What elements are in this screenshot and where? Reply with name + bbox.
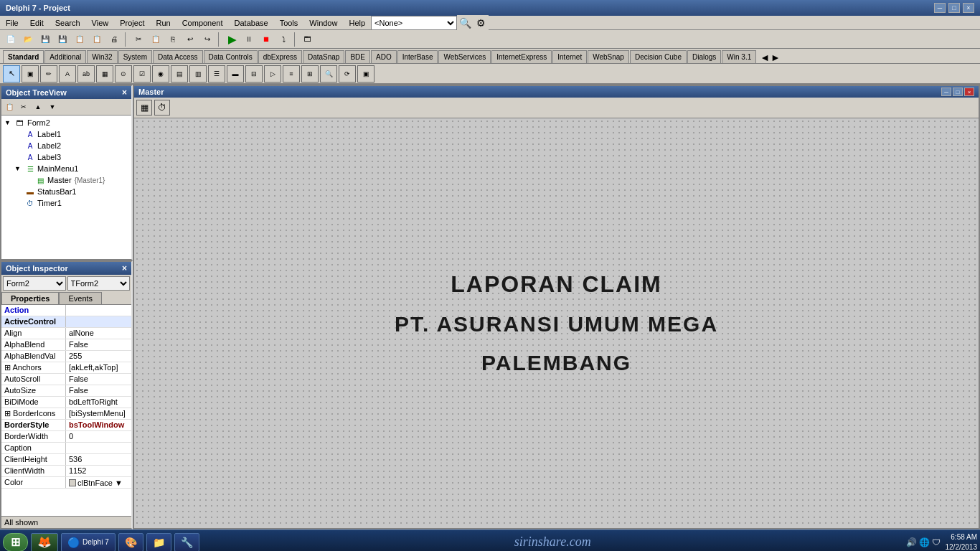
inspector-row-caption[interactable]: Caption xyxy=(1,443,131,454)
palette-icon2[interactable]: ✏ xyxy=(40,65,57,83)
tab-ado[interactable]: ADO xyxy=(371,50,397,63)
val-color[interactable]: clBtnFace ▼ xyxy=(66,477,131,488)
tab-websnap[interactable]: WebSnap xyxy=(588,50,629,63)
form-tool1[interactable]: ▦ xyxy=(136,100,152,116)
taskbar-item3[interactable]: 📁 xyxy=(146,533,171,552)
form-close[interactable]: × xyxy=(964,88,974,96)
palette-icon18[interactable]: ⟳ xyxy=(339,65,356,83)
palette-icon9[interactable]: ▤ xyxy=(171,65,188,83)
component-btn1[interactable]: 🔍 xyxy=(457,15,473,31)
menu-run[interactable]: Run xyxy=(150,17,176,29)
tb-btn7[interactable]: 🖨 xyxy=(106,32,122,47)
palette-icon4[interactable]: ab xyxy=(77,65,95,83)
tab-system[interactable]: System xyxy=(118,50,152,63)
tb-btn6[interactable]: 📋 xyxy=(89,32,105,47)
palette-icon5[interactable]: ▦ xyxy=(96,65,113,83)
inspector-row-borderwidth[interactable]: BorderWidth 0 xyxy=(1,431,131,443)
tab-interbase[interactable]: InterBase xyxy=(397,50,438,63)
close-button[interactable]: × xyxy=(963,3,974,13)
tree-label2[interactable]: A Label2 xyxy=(3,140,130,151)
menu-help[interactable]: Help xyxy=(343,17,371,29)
component-btn2[interactable]: ⚙ xyxy=(473,15,489,31)
palette-icon14[interactable]: ▷ xyxy=(264,65,281,83)
tab-internet[interactable]: Internet xyxy=(552,50,587,63)
tab-dataaccess[interactable]: Data Access xyxy=(153,50,203,63)
component-selector[interactable]: <None> xyxy=(371,16,457,30)
val-borderstyle[interactable]: bsToolWindow xyxy=(66,420,131,430)
inspector-row-autoscroll[interactable]: AutoScroll False xyxy=(1,374,131,385)
tab-webservices[interactable]: WebServices xyxy=(438,50,491,63)
tree-form2[interactable]: ▼ 🗔 Form2 xyxy=(3,117,130,128)
tree-master[interactable]: ▤ Master {Master1} xyxy=(3,174,130,186)
val-bidimode[interactable]: bdLeftToRight xyxy=(66,397,131,408)
inspector-row-autosize[interactable]: AutoSize False xyxy=(1,385,131,397)
val-clientwidth[interactable]: 1152 xyxy=(66,466,131,476)
form-tool2[interactable]: ⏱ xyxy=(154,100,170,116)
menu-project[interactable]: Project xyxy=(114,17,150,29)
expand-form2[interactable]: ▼ xyxy=(4,119,14,126)
val-borderwidth[interactable]: 0 xyxy=(66,431,131,442)
tab-dialogs[interactable]: Dialogs xyxy=(687,50,721,63)
tb-btn9[interactable]: 📋 xyxy=(148,32,164,47)
tb-btn5[interactable]: 📋 xyxy=(72,32,88,47)
treeview-btn1[interactable]: 📋 xyxy=(3,100,16,113)
toggle-form-button[interactable]: 🗔 xyxy=(300,32,316,47)
tab-datasnap[interactable]: DataSnap xyxy=(303,50,344,63)
tab-events[interactable]: Events xyxy=(59,292,102,304)
tab-standard[interactable]: Standard xyxy=(3,50,44,63)
tb-btn12[interactable]: ↪ xyxy=(199,32,215,47)
palette-icon16[interactable]: ⊞ xyxy=(301,65,319,83)
menu-component[interactable]: Component xyxy=(176,17,229,29)
taskbar-paint[interactable]: 🎨 xyxy=(118,533,143,552)
tab-datacontrols[interactable]: Data Controls xyxy=(204,50,258,63)
palette-scroll-left[interactable]: ◄ xyxy=(760,52,770,63)
palette-icon8[interactable]: ◉ xyxy=(152,65,169,83)
inspector-row-bordericons[interactable]: ⊞ BorderIcons [biSystemMenu] xyxy=(1,408,131,420)
inspector-row-alphablend[interactable]: AlphaBlend False xyxy=(1,339,131,351)
tab-properties[interactable]: Properties xyxy=(1,292,59,304)
pause-button[interactable]: ⏸ xyxy=(241,32,257,47)
treeview-btn2[interactable]: ✂ xyxy=(17,100,30,113)
treeview-up[interactable]: ▲ xyxy=(32,100,44,113)
palette-icon1[interactable]: ▣ xyxy=(22,65,39,83)
menu-search[interactable]: Search xyxy=(50,17,86,29)
tab-internetexpress[interactable]: InternetExpress xyxy=(491,50,552,63)
palette-icon7[interactable]: ☑ xyxy=(133,65,151,83)
inspector-row-clientwidth[interactable]: ClientWidth 1152 xyxy=(1,466,131,477)
inspector-row-anchors[interactable]: ⊞ Anchors [akLeft,akTop] xyxy=(1,362,131,374)
palette-icon10[interactable]: ▥ xyxy=(189,65,207,83)
val-bordericons[interactable]: [biSystemMenu] xyxy=(66,408,131,419)
inspector-close[interactable]: × xyxy=(122,263,127,273)
val-align[interactable]: alNone xyxy=(66,328,131,339)
palette-icon11[interactable]: ☰ xyxy=(208,65,225,83)
form-maximize[interactable]: □ xyxy=(953,88,963,96)
menu-window[interactable]: Window xyxy=(303,17,343,29)
palette-scroll-right[interactable]: ► xyxy=(771,52,781,63)
run-button[interactable]: ▶ xyxy=(224,32,240,47)
maximize-button[interactable]: □ xyxy=(948,3,960,13)
treeview-down[interactable]: ▼ xyxy=(46,100,59,113)
val-anchors[interactable]: [akLeft,akTop] xyxy=(66,362,131,373)
tab-win31[interactable]: Win 3.1 xyxy=(722,50,756,63)
taskbar-item4[interactable]: 🔧 xyxy=(174,533,199,552)
treeview-close[interactable]: × xyxy=(122,88,127,98)
tb-btn11[interactable]: ↩ xyxy=(182,32,198,47)
step-over-button[interactable]: ⤵ xyxy=(275,32,291,47)
palette-icon17[interactable]: 🔍 xyxy=(320,65,337,83)
inspector-row-action[interactable]: Action xyxy=(1,305,131,316)
val-caption[interactable] xyxy=(66,443,131,453)
form-minimize[interactable]: ─ xyxy=(941,88,951,96)
tb-btn10[interactable]: ⎘ xyxy=(165,32,181,47)
inspector-row-alphablendval[interactable]: AlphaBlendVal 255 xyxy=(1,351,131,362)
expand-mainmenu1[interactable]: ▼ xyxy=(14,165,24,172)
tree-statusbar1[interactable]: ▬ StatusBar1 xyxy=(3,186,130,197)
stop-button[interactable]: ⏹ xyxy=(258,32,274,47)
minimize-button[interactable]: ─ xyxy=(934,3,946,13)
inspector-row-clientheight[interactable]: ClientHeight 536 xyxy=(1,454,131,466)
menu-view[interactable]: View xyxy=(86,17,115,29)
val-alphablendval[interactable]: 255 xyxy=(66,351,131,362)
tab-dbexpress[interactable]: dbExpress xyxy=(258,50,302,63)
tab-decisioncube[interactable]: Decision Cube xyxy=(630,50,687,63)
palette-icon3[interactable]: A xyxy=(59,65,76,83)
start-button[interactable]: ⊞ xyxy=(3,533,28,552)
